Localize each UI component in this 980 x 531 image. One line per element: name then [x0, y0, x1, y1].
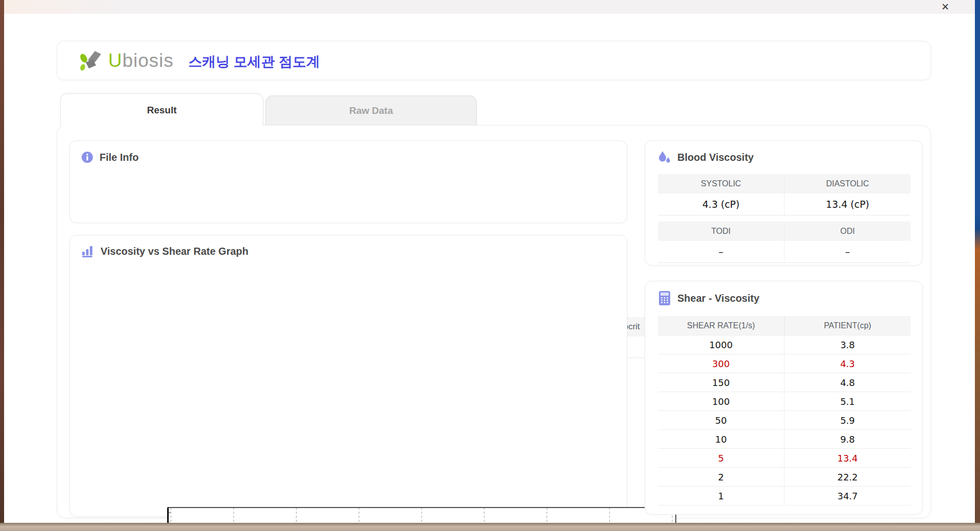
- table-row: 1005.1: [658, 392, 911, 411]
- odi-value: –: [785, 241, 911, 263]
- shear-rate-cell: 2: [658, 468, 785, 487]
- table-header-row: SHEAR RATE(1/s) PATIENT(cp): [658, 316, 911, 335]
- info-icon: [81, 151, 93, 163]
- todi-value: –: [658, 241, 785, 263]
- patient-cell: 5.9: [785, 411, 911, 430]
- systolic-value: 4.3 (cP): [658, 194, 785, 215]
- calculator-icon: [658, 291, 671, 306]
- desktop-edge-bottom: [0, 523, 980, 531]
- shear-viscosity-table: SHEAR RATE(1/s) PATIENT(cp) 10003.83004.…: [658, 316, 911, 505]
- brand-name: Ubiosis: [108, 50, 174, 71]
- shear-rate-cell: 50: [658, 411, 785, 430]
- patient-cell: 9.8: [785, 430, 911, 449]
- graph-title: Viscosity vs Shear Rate Graph: [81, 245, 249, 258]
- shear-rate-cell: 100: [658, 392, 785, 411]
- brand-logo: Ubiosis: [78, 49, 174, 73]
- patient-cell: 34.7: [785, 487, 911, 505]
- patient-column-header: PATIENT(cp): [785, 316, 911, 335]
- table-value-row: 4.3 (cP) 13.4 (cP): [658, 194, 911, 215]
- close-icon[interactable]: ✕: [939, 1, 951, 13]
- table-row: 513.4: [658, 449, 911, 468]
- window-titlebar: ✕: [4, 0, 975, 14]
- table-row: 505.9: [658, 411, 911, 430]
- file-info-title: File Info: [81, 151, 139, 163]
- ubiosis-leaf-icon: [78, 47, 105, 75]
- table-row: 222.2: [658, 468, 911, 487]
- table-row: 10003.8: [658, 335, 911, 354]
- shear-rate-cell: 5: [658, 449, 785, 468]
- diastolic-header: DIASTOLIC: [785, 174, 911, 194]
- shear-rate-cell: 1: [658, 487, 785, 505]
- desktop-edge-left: [0, 0, 4, 531]
- patient-cell: 3.8: [785, 335, 911, 354]
- shear-rate-cell: 150: [658, 373, 785, 392]
- table-row: 134.7: [658, 487, 911, 505]
- shear-viscosity-title: Shear - Viscosity: [658, 291, 760, 306]
- tab-result[interactable]: Result: [60, 93, 263, 126]
- shear-viscosity-card: Shear - Viscosity SHEAR RATE(1/s) PATIEN…: [645, 281, 923, 515]
- shear-rate-column-header: SHEAR RATE(1/s): [658, 316, 785, 335]
- patient-cell: 5.1: [785, 392, 911, 411]
- droplets-icon: [658, 150, 671, 164]
- patient-cell: 4.3: [785, 354, 911, 373]
- tab-raw-data[interactable]: Raw Data: [265, 95, 477, 126]
- patient-cell: 4.8: [785, 373, 911, 392]
- odi-header: ODI: [785, 222, 911, 241]
- graph-card: Viscosity vs Shear Rate Graph 1251050100…: [69, 235, 627, 517]
- patient-cell: 13.4: [785, 449, 911, 468]
- table-row: 109.8: [658, 430, 911, 449]
- table-value-row: – –: [658, 241, 911, 263]
- shear-rate-cell: 10: [658, 430, 785, 449]
- table-row: 3004.3: [658, 354, 911, 373]
- shear-rate-cell: 1000: [658, 335, 785, 354]
- table-row: 1504.8: [658, 373, 911, 392]
- blood-viscosity-title: Blood Viscosity: [658, 150, 754, 164]
- patient-cell: 22.2: [785, 468, 911, 487]
- blood-viscosity-table: SYSTOLIC DIASTOLIC 4.3 (cP) 13.4 (cP) TO…: [658, 174, 911, 263]
- header-card: Ubiosis 스캐닝 모세관 점도계: [57, 41, 931, 80]
- blood-viscosity-card: Blood Viscosity SYSTOLIC DIASTOLIC 4.3 (…: [645, 140, 923, 266]
- shear-rate-cell: 300: [658, 354, 785, 373]
- shear-table-rows: 10003.83004.31504.81005.1505.9109.8513.4…: [658, 335, 911, 505]
- table-header-row: SYSTOLIC DIASTOLIC: [658, 174, 911, 194]
- bar-chart-icon: [81, 245, 94, 258]
- table-header-row: TODI ODI: [658, 222, 911, 241]
- systolic-header: SYSTOLIC: [658, 174, 785, 194]
- file-info-card: File Info Scanning Date 2025-08-28 Assem…: [69, 140, 627, 223]
- todi-header: TODI: [658, 222, 785, 241]
- diastolic-value: 13.4 (cP): [785, 194, 911, 215]
- app-window: ✕ Ubiosis 스캐닝 모세관 점도계 Result Raw Data: [4, 0, 975, 524]
- app-title: 스캐닝 모세관 점도계: [188, 53, 320, 71]
